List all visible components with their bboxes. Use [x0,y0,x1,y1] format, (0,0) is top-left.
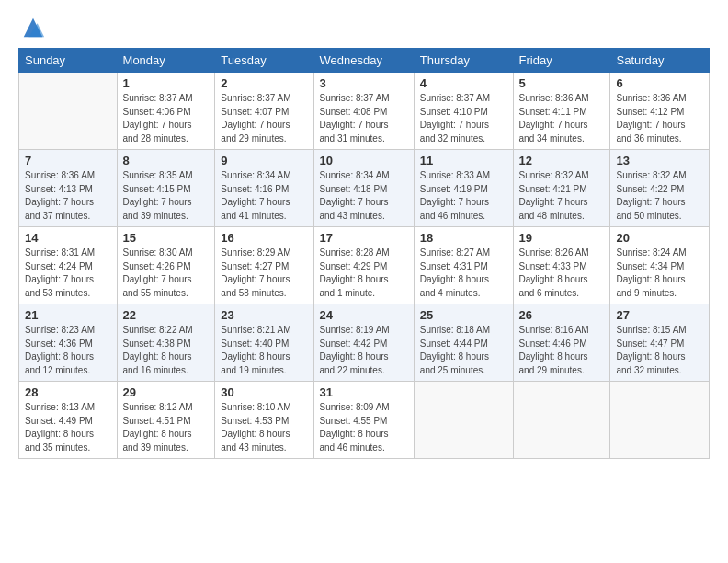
day-info: Sunrise: 8:31 AM Sunset: 4:24 PM Dayligh… [25,247,111,300]
day-cell: 14Sunrise: 8:31 AM Sunset: 4:24 PM Dayli… [19,227,118,304]
day-info: Sunrise: 8:36 AM Sunset: 4:13 PM Dayligh… [25,169,111,223]
day-cell: 17Sunrise: 8:28 AM Sunset: 4:29 PM Dayli… [313,227,414,304]
col-header-thursday: Thursday [414,49,513,73]
day-info: Sunrise: 8:37 AM Sunset: 4:07 PM Dayligh… [221,92,307,145]
day-info: Sunrise: 8:26 AM Sunset: 4:33 PM Dayligh… [519,247,605,300]
day-info: Sunrise: 8:34 AM Sunset: 4:16 PM Dayligh… [221,169,307,223]
week-row-5: 28Sunrise: 8:13 AM Sunset: 4:49 PM Dayli… [19,382,710,459]
page: SundayMondayTuesdayWednesdayThursdayFrid… [0,0,728,468]
day-number: 26 [519,308,605,322]
day-number: 15 [123,231,210,245]
day-number: 9 [221,154,307,167]
day-number: 31 [320,385,408,399]
day-info: Sunrise: 8:13 AM Sunset: 4:49 PM Dayligh… [25,401,111,454]
day-cell: 11Sunrise: 8:33 AM Sunset: 4:19 PM Dayli… [414,150,513,227]
day-number: 2 [221,76,307,90]
day-cell: 2Sunrise: 8:37 AM Sunset: 4:07 PM Daylig… [215,73,313,150]
col-header-tuesday: Tuesday [215,49,313,73]
day-info: Sunrise: 8:10 AM Sunset: 4:53 PM Dayligh… [221,401,307,454]
day-info: Sunrise: 8:32 AM Sunset: 4:22 PM Dayligh… [616,169,703,223]
day-cell: 15Sunrise: 8:30 AM Sunset: 4:26 PM Dayli… [117,227,215,304]
day-number: 3 [320,76,408,90]
day-cell: 29Sunrise: 8:12 AM Sunset: 4:51 PM Dayli… [117,382,215,459]
day-info: Sunrise: 8:37 AM Sunset: 4:10 PM Dayligh… [420,92,507,145]
day-cell: 23Sunrise: 8:21 AM Sunset: 4:40 PM Dayli… [215,304,313,382]
day-number: 25 [420,308,507,322]
col-header-monday: Monday [117,49,215,73]
day-info: Sunrise: 8:36 AM Sunset: 4:12 PM Dayligh… [616,92,703,145]
header-row: SundayMondayTuesdayWednesdayThursdayFrid… [19,49,710,73]
day-info: Sunrise: 8:29 AM Sunset: 4:27 PM Dayligh… [221,247,307,300]
day-cell: 21Sunrise: 8:23 AM Sunset: 4:36 PM Dayli… [19,304,118,382]
day-cell: 20Sunrise: 8:24 AM Sunset: 4:34 PM Dayli… [610,227,710,304]
day-number: 28 [25,385,111,399]
day-cell: 26Sunrise: 8:16 AM Sunset: 4:46 PM Dayli… [513,304,610,382]
day-cell: 13Sunrise: 8:32 AM Sunset: 4:22 PM Dayli… [610,150,710,227]
day-cell: 4Sunrise: 8:37 AM Sunset: 4:10 PM Daylig… [414,73,513,150]
logo [18,15,46,40]
day-number: 10 [320,154,408,167]
day-cell: 1Sunrise: 8:37 AM Sunset: 4:06 PM Daylig… [117,73,215,150]
week-row-4: 21Sunrise: 8:23 AM Sunset: 4:36 PM Dayli… [19,304,710,382]
day-cell: 28Sunrise: 8:13 AM Sunset: 4:49 PM Dayli… [19,382,118,459]
day-number: 20 [616,231,703,245]
day-cell: 8Sunrise: 8:35 AM Sunset: 4:15 PM Daylig… [117,150,215,227]
day-number: 22 [123,308,210,322]
day-number: 8 [123,154,210,167]
day-cell: 30Sunrise: 8:10 AM Sunset: 4:53 PM Dayli… [215,382,313,459]
day-info: Sunrise: 8:24 AM Sunset: 4:34 PM Dayligh… [616,247,703,300]
day-info: Sunrise: 8:37 AM Sunset: 4:08 PM Dayligh… [320,92,408,145]
day-number: 17 [320,231,408,245]
day-number: 5 [519,76,605,90]
col-header-saturday: Saturday [610,49,710,73]
col-header-friday: Friday [513,49,610,73]
header [18,15,710,40]
week-row-1: 1Sunrise: 8:37 AM Sunset: 4:06 PM Daylig… [19,73,710,150]
day-info: Sunrise: 8:19 AM Sunset: 4:42 PM Dayligh… [320,324,408,377]
day-info: Sunrise: 8:18 AM Sunset: 4:44 PM Dayligh… [420,324,507,377]
day-cell: 22Sunrise: 8:22 AM Sunset: 4:38 PM Dayli… [117,304,215,382]
day-number: 16 [221,231,307,245]
day-info: Sunrise: 8:35 AM Sunset: 4:15 PM Dayligh… [123,169,210,223]
day-info: Sunrise: 8:09 AM Sunset: 4:55 PM Dayligh… [320,401,408,454]
day-number: 4 [420,76,507,90]
logo-icon [20,15,46,40]
day-info: Sunrise: 8:36 AM Sunset: 4:11 PM Dayligh… [519,92,605,145]
day-info: Sunrise: 8:37 AM Sunset: 4:06 PM Dayligh… [123,92,210,145]
day-cell: 6Sunrise: 8:36 AM Sunset: 4:12 PM Daylig… [610,73,710,150]
day-cell: 7Sunrise: 8:36 AM Sunset: 4:13 PM Daylig… [19,150,118,227]
day-cell [610,382,710,459]
calendar-table: SundayMondayTuesdayWednesdayThursdayFrid… [18,48,710,459]
day-info: Sunrise: 8:22 AM Sunset: 4:38 PM Dayligh… [123,324,210,377]
day-info: Sunrise: 8:28 AM Sunset: 4:29 PM Dayligh… [320,247,408,300]
day-number: 6 [616,76,703,90]
day-cell [513,382,610,459]
day-info: Sunrise: 8:30 AM Sunset: 4:26 PM Dayligh… [123,247,210,300]
day-cell: 19Sunrise: 8:26 AM Sunset: 4:33 PM Dayli… [513,227,610,304]
day-info: Sunrise: 8:23 AM Sunset: 4:36 PM Dayligh… [25,324,111,377]
day-number: 14 [25,231,111,245]
day-info: Sunrise: 8:15 AM Sunset: 4:47 PM Dayligh… [616,324,703,377]
col-header-sunday: Sunday [19,49,118,73]
day-number: 27 [616,308,703,322]
day-number: 11 [420,154,507,167]
day-number: 30 [221,385,307,399]
day-info: Sunrise: 8:33 AM Sunset: 4:19 PM Dayligh… [420,169,507,223]
day-cell: 31Sunrise: 8:09 AM Sunset: 4:55 PM Dayli… [313,382,414,459]
day-cell: 24Sunrise: 8:19 AM Sunset: 4:42 PM Dayli… [313,304,414,382]
day-number: 23 [221,308,307,322]
day-number: 21 [25,308,111,322]
day-cell: 5Sunrise: 8:36 AM Sunset: 4:11 PM Daylig… [513,73,610,150]
day-number: 29 [123,385,210,399]
day-cell [414,382,513,459]
day-cell: 10Sunrise: 8:34 AM Sunset: 4:18 PM Dayli… [313,150,414,227]
day-number: 19 [519,231,605,245]
day-cell: 9Sunrise: 8:34 AM Sunset: 4:16 PM Daylig… [215,150,313,227]
day-cell: 3Sunrise: 8:37 AM Sunset: 4:08 PM Daylig… [313,73,414,150]
day-cell [19,73,118,150]
day-cell: 12Sunrise: 8:32 AM Sunset: 4:21 PM Dayli… [513,150,610,227]
day-info: Sunrise: 8:21 AM Sunset: 4:40 PM Dayligh… [221,324,307,377]
day-number: 7 [25,154,111,167]
day-cell: 27Sunrise: 8:15 AM Sunset: 4:47 PM Dayli… [610,304,710,382]
day-info: Sunrise: 8:32 AM Sunset: 4:21 PM Dayligh… [519,169,605,223]
